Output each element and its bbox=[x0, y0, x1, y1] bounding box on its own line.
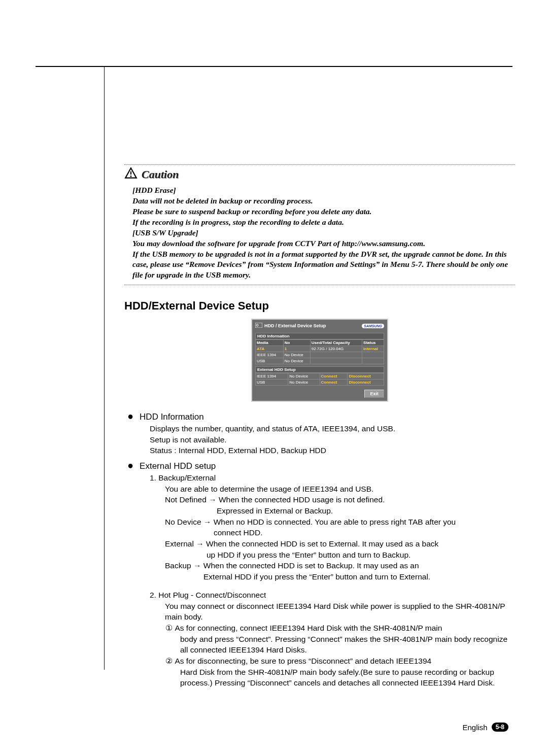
dvr-title: HDD / External Device Setup bbox=[264, 323, 326, 328]
dvr-screenshot: HDD / External Device Setup SAMSUNG HDD … bbox=[251, 319, 388, 402]
col-status: Status bbox=[362, 340, 384, 346]
page-content: Caution [HDD Erase] Data will not be del… bbox=[124, 162, 515, 689]
caution-line: [HDD Erase] bbox=[132, 185, 515, 196]
text-line: You are able to determine the usage of I… bbox=[165, 484, 515, 495]
text-line: Displays the number, quantity, and statu… bbox=[150, 423, 515, 434]
def-line: External → When the connected HDD is set… bbox=[165, 538, 515, 549]
bullet-icon: ● bbox=[127, 460, 133, 472]
top-rule bbox=[36, 66, 512, 67]
svg-point-1 bbox=[130, 176, 132, 177]
circled-item: ② As for disconnecting, be sure to press… bbox=[165, 656, 515, 667]
caution-line: You may download the software for upgrad… bbox=[132, 238, 515, 249]
hdd-icon bbox=[255, 323, 262, 329]
circled-number-icon: ② bbox=[165, 656, 173, 667]
caution-line: If the recording is in progress, stop th… bbox=[132, 217, 515, 228]
footer-language: English bbox=[462, 723, 487, 732]
table-row: USB No Device bbox=[256, 358, 384, 364]
circled-number-icon: ① bbox=[165, 623, 173, 634]
bullet-icon: ● bbox=[127, 411, 133, 423]
numbered-item: 1. Backup/External bbox=[150, 472, 515, 484]
text-line: Setup is not available. bbox=[150, 434, 515, 445]
table-row: ATA 1 92.72G / 120.04G Internal bbox=[256, 346, 384, 352]
def-cont: External HDD if you press the “Enter” bu… bbox=[165, 571, 515, 582]
caution-title: Caution bbox=[142, 168, 179, 181]
samsung-logo: SAMSUNG bbox=[362, 324, 384, 328]
col-no: No bbox=[283, 340, 310, 346]
left-rule bbox=[104, 66, 105, 670]
bullet-title: External HDD setup bbox=[140, 460, 216, 472]
page-footer: English 5-8 bbox=[462, 723, 508, 732]
bullet-title: HDD Information bbox=[140, 411, 204, 423]
dotted-top bbox=[124, 164, 515, 165]
def-line: No Device → When no HDD is connected. Yo… bbox=[165, 517, 515, 528]
caution-line: Please be sure to suspend backup or reco… bbox=[132, 207, 515, 217]
svg-point-3 bbox=[256, 324, 258, 326]
def-cont: Expressed in External or Backup. bbox=[165, 505, 515, 517]
dvr-titlebar: HDD / External Device Setup SAMSUNG bbox=[255, 323, 384, 331]
page-number-badge: 5-8 bbox=[492, 723, 508, 732]
exit-button[interactable]: Exit bbox=[364, 390, 384, 398]
def-cont: up HDD if you press the “Enter” button a… bbox=[165, 549, 515, 561]
dvr-info-table: Media No Used/Total Capacity Status ATA … bbox=[255, 339, 384, 364]
caution-header: Caution bbox=[124, 167, 515, 182]
def-line: Backup → When the connected HDD is set t… bbox=[165, 560, 515, 571]
def-cont: connect HDD. bbox=[165, 527, 515, 538]
bullet-ext-setup: ● External HDD setup bbox=[124, 460, 515, 472]
table-row: USB No Device Connect Disconnect bbox=[256, 380, 384, 386]
caution-body: [HDD Erase] Data will not be deleted in … bbox=[124, 185, 515, 281]
text-line: Hard Disk from the SHR-4081N/P main body… bbox=[180, 667, 515, 689]
caution-icon bbox=[124, 167, 138, 182]
dvr-ext-table: IEEE 1394 No Device Connect Disconnect U… bbox=[255, 373, 384, 386]
caution-line: If the USB memory to be upgraded is not … bbox=[132, 249, 515, 281]
col-media: Media bbox=[256, 340, 284, 346]
text-line: Status : Internal HDD, External HDD, Bac… bbox=[150, 445, 515, 456]
text-line: body and press “Connect”. Pressing “Conn… bbox=[180, 634, 515, 656]
table-row: IEEE 1394 No Device Connect Disconnect bbox=[256, 373, 384, 380]
bullet-hdd-info: ● HDD Information bbox=[124, 411, 515, 423]
def-line: Not Defined → When the connected HDD usa… bbox=[165, 494, 515, 505]
numbered-item: 2. Hot Plug - Connect/Disconnect bbox=[150, 590, 515, 601]
dvr-info-header: HDD Information bbox=[255, 333, 384, 339]
col-capacity: Used/Total Capacity bbox=[310, 340, 362, 346]
caution-line: Data will not be deleted in backup or re… bbox=[132, 196, 515, 207]
section-title: HDD/External Device Setup bbox=[124, 299, 515, 313]
caution-line: [USB S/W Upgrade] bbox=[132, 228, 515, 238]
circled-item: ① As for connecting, connect IEEE1394 Ha… bbox=[165, 623, 515, 634]
table-row: IEEE 1394 No Device bbox=[256, 352, 384, 358]
body-list: ● HDD Information Displays the number, q… bbox=[124, 411, 515, 689]
dotted-bottom bbox=[124, 285, 515, 285]
text-line: You may connect or disconnect IEEE1394 H… bbox=[165, 601, 515, 623]
dvr-ext-header: External HDD Setup bbox=[255, 366, 384, 373]
